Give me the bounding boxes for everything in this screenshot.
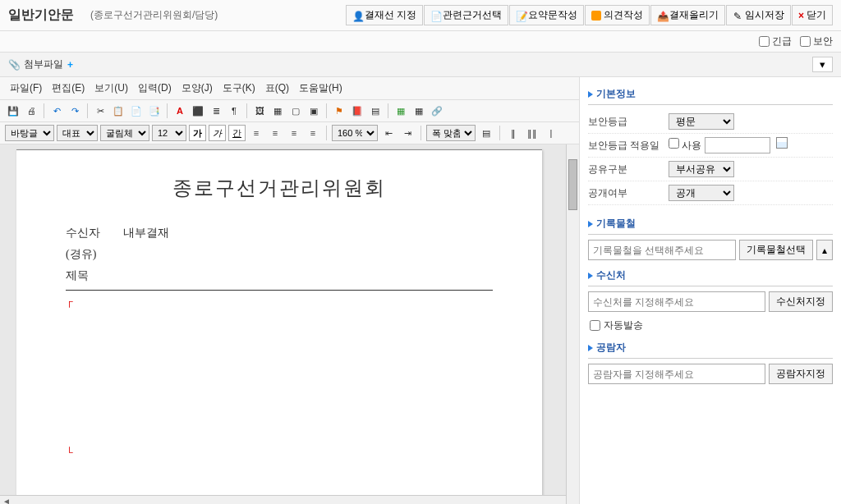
- basic-info-header: 기본정보: [588, 84, 833, 105]
- menu-file[interactable]: 파일(F): [7, 80, 45, 97]
- reviewer-input-row: 공람자지정: [588, 364, 833, 384]
- menu-table[interactable]: 표(Q): [262, 80, 292, 97]
- toolbar-main: 💾 🖨 ↶ ↷ ✂ 📋 📄 📑 A ⬛ ≣ ¶ 🖼 ▦ ▢ ▣ ⚑ 📕 ▤: [0, 100, 579, 122]
- menu-edit[interactable]: 편집(E): [48, 80, 88, 97]
- doc-subject-label: 제목: [66, 268, 123, 283]
- highlight-icon[interactable]: ⬛: [190, 103, 206, 119]
- menu-help[interactable]: 도움말(H): [296, 80, 346, 97]
- add-attachment-button[interactable]: +: [67, 59, 73, 71]
- main-area: 파일(F) 편집(E) 보기(U) 입력(D) 모양(J) 도구(K) 표(Q)…: [0, 77, 841, 504]
- security-apply-use[interactable]: 사용: [669, 140, 701, 151]
- doc-divider: [66, 290, 493, 291]
- share-type-row: 공유구분 부서공유: [588, 158, 833, 181]
- font-select[interactable]: 굴림체: [100, 125, 149, 141]
- security-checkbox[interactable]: 보안: [800, 34, 833, 48]
- arrow-icon: [588, 221, 593, 227]
- related-basis-button[interactable]: 📄관련근거선택: [424, 5, 508, 25]
- security-apply-date[interactable]: [705, 137, 770, 153]
- reviewer-input[interactable]: [588, 364, 765, 384]
- zoom-select[interactable]: 160 %: [332, 125, 378, 141]
- table-icon[interactable]: ▦: [269, 103, 286, 119]
- top-actions: 👤결재선 지정 📄관련근거선택 📝요약문작성 의견작성 📤결재올리기 ✎임시저장…: [346, 5, 833, 25]
- para-icon[interactable]: ¶: [226, 103, 242, 119]
- undo-icon[interactable]: ↶: [48, 103, 65, 119]
- indent-inc-icon[interactable]: ⇥: [399, 125, 416, 141]
- style-select[interactable]: 바탕글: [5, 125, 54, 141]
- image-icon[interactable]: 🖼: [251, 103, 268, 119]
- object2-icon[interactable]: ▣: [306, 103, 322, 119]
- align-left-icon[interactable]: ≡: [248, 125, 264, 141]
- record-input[interactable]: [588, 240, 736, 260]
- editor-pane: 파일(F) 편집(E) 보기(U) 입력(D) 모양(J) 도구(K) 표(Q)…: [0, 77, 580, 504]
- flag-icon[interactable]: ⚑: [331, 103, 347, 119]
- user-icon: 👤: [352, 11, 362, 21]
- doc-recipient-value: 내부결재: [123, 226, 169, 241]
- approval-line-button[interactable]: 👤결재선 지정: [346, 5, 423, 25]
- security-apply-row: 보안등급 적용일 사용: [588, 134, 833, 158]
- security-level-select[interactable]: 평문: [669, 113, 734, 130]
- temp-save-button[interactable]: ✎임시저장: [726, 5, 791, 25]
- print-icon[interactable]: 🖨: [23, 103, 39, 119]
- list-icon[interactable]: ≣: [208, 103, 224, 119]
- font-color-icon[interactable]: A: [172, 103, 188, 119]
- grid2-icon[interactable]: ▦: [411, 103, 427, 119]
- arrow-icon: [588, 91, 593, 98]
- paste-icon[interactable]: 📄: [128, 103, 145, 119]
- book-icon[interactable]: 📕: [349, 103, 365, 119]
- bold-button[interactable]: 가: [189, 125, 206, 141]
- recipient-input[interactable]: [588, 291, 765, 312]
- summary-button[interactable]: 📝요약문작성: [509, 5, 584, 25]
- reviewer-assign-button[interactable]: 공람자지정: [769, 364, 833, 384]
- rep-select[interactable]: 대표: [57, 125, 98, 141]
- menu-tool[interactable]: 도구(K): [219, 80, 259, 97]
- copy-icon[interactable]: 📋: [110, 103, 126, 119]
- share-type-select[interactable]: 부서공유: [669, 161, 734, 177]
- close-button[interactable]: ×닫기: [792, 5, 833, 25]
- save-icon[interactable]: 💾: [5, 103, 21, 119]
- doc-via-row: (경유): [66, 247, 493, 262]
- link-icon[interactable]: 🔗: [429, 103, 445, 119]
- size-select[interactable]: 12: [152, 125, 186, 141]
- cut-icon[interactable]: ✂: [92, 103, 108, 119]
- indent-dec-icon[interactable]: ⇤: [380, 125, 397, 141]
- redo-icon[interactable]: ↷: [67, 103, 83, 119]
- menu-input[interactable]: 입력(D): [135, 80, 175, 97]
- record-toggle-button[interactable]: ▴: [816, 240, 833, 260]
- recipient-input-row: 수신처지정: [588, 291, 833, 312]
- submit-approval-button[interactable]: 📤결재올리기: [650, 5, 725, 25]
- spacing1-icon[interactable]: ‖: [505, 125, 522, 141]
- separator: [326, 126, 327, 140]
- grid-icon[interactable]: ▦: [393, 103, 409, 119]
- vertical-scrollbar[interactable]: [566, 144, 579, 504]
- italic-button[interactable]: 가: [209, 125, 226, 141]
- menu-shape[interactable]: 모양(J): [178, 80, 216, 97]
- underline-button[interactable]: 간: [228, 125, 246, 141]
- record-select-button[interactable]: 기록물철선택: [739, 240, 813, 260]
- arrow-icon: [588, 273, 593, 279]
- separator: [246, 103, 247, 118]
- object-icon[interactable]: ▢: [287, 103, 304, 119]
- horizontal-scrollbar[interactable]: [0, 495, 566, 504]
- auto-send-checkbox[interactable]: [590, 320, 600, 331]
- document-page[interactable]: 종로구선거관리위원회 수신자 내부결재 (경유) 제목 ┌ └: [16, 149, 542, 504]
- align-right-icon[interactable]: ≡: [286, 125, 302, 141]
- spacing2-icon[interactable]: ‖‖: [524, 125, 540, 141]
- fit-select[interactable]: 폭 맞춤: [426, 125, 476, 141]
- chart-icon[interactable]: ▤: [367, 103, 384, 119]
- opinion-button[interactable]: 의견작성: [585, 5, 650, 25]
- side-panel: 기본정보 보안등급 평문 보안등급 적용일 사용 공유구분 부서공유 공개여부 …: [580, 77, 841, 504]
- recipient-assign-button[interactable]: 수신처지정: [769, 291, 833, 312]
- paste-special-icon[interactable]: 📑: [146, 103, 163, 119]
- align-justify-icon[interactable]: ≡: [305, 125, 321, 141]
- menu-view[interactable]: 보기(U): [91, 80, 131, 97]
- calendar-icon[interactable]: [776, 137, 788, 149]
- document-canvas[interactable]: 종로구선거관리위원회 수신자 내부결재 (경유) 제목 ┌ └: [0, 144, 579, 504]
- public-select[interactable]: 공개: [669, 185, 734, 201]
- attachment-toggle[interactable]: ▾: [812, 57, 833, 72]
- spacing3-icon[interactable]: |: [543, 125, 559, 141]
- urgent-checkbox[interactable]: 긴급: [759, 34, 792, 48]
- public-label: 공개여부: [588, 186, 662, 200]
- format-bar: 바탕글 대표 굴림체 12 가 가 간 ≡ ≡ ≡ ≡ 160 % ⇤ ⇥ 폭 …: [0, 122, 579, 144]
- align-center-icon[interactable]: ≡: [267, 125, 283, 141]
- ruler-icon[interactable]: ▤: [478, 125, 494, 141]
